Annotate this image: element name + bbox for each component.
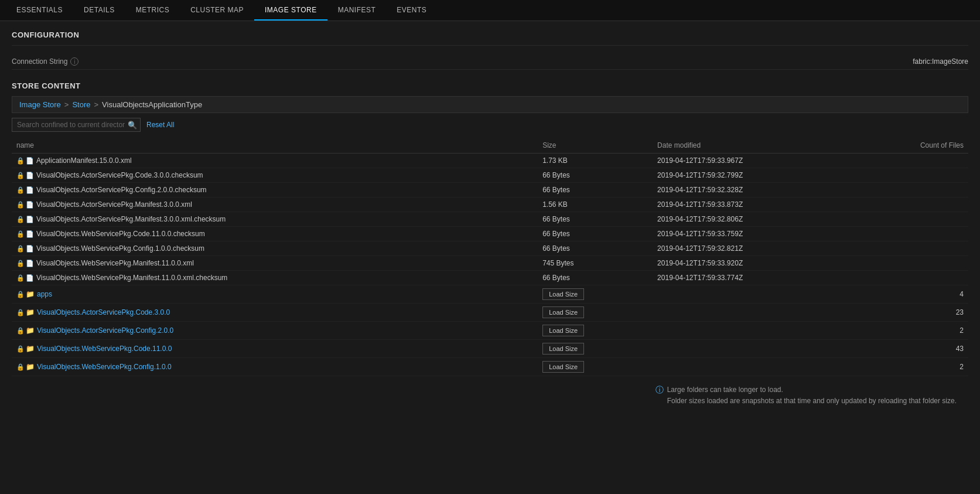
table-row: 🔒 📄 VisualObjects.ActorServicePkg.Manife…	[12, 212, 968, 227]
table-row: 🔒 📄 VisualObjects.WebServicePkg.Manifest…	[12, 256, 968, 271]
main-content: CONFIGURATION Connection String i fabric…	[0, 21, 980, 416]
footer-note-text: Large folders can take longer to load. F…	[667, 384, 957, 407]
file-count	[825, 271, 968, 285]
file-count	[825, 197, 968, 212]
file-name: VisualObjects.ActorServicePkg.Config.2.0…	[36, 186, 207, 194]
search-input[interactable]	[12, 118, 141, 132]
nav-item-details[interactable]: DETAILS	[73, 0, 125, 21]
nav-item-image-store[interactable]: IMAGE STORE	[254, 0, 327, 21]
file-date: 2019-04-12T17:59:33.774Z	[653, 271, 825, 285]
breadcrumb-image-store[interactable]: Image Store	[19, 100, 61, 109]
table-row: 🔒 📁 VisualObjects.WebServicePkg.Code.11.…	[12, 340, 968, 358]
nav-item-metrics[interactable]: METRICS	[125, 0, 180, 21]
breadcrumb-store[interactable]: Store	[72, 100, 90, 109]
file-size: 1.73 KB	[538, 154, 653, 168]
file-icon: 📄	[26, 274, 34, 282]
folder-icon: 📁	[26, 308, 35, 316]
file-icon: 📄	[26, 216, 34, 223]
file-size: 66 Bytes	[538, 212, 653, 227]
reset-all-button[interactable]: Reset All	[146, 121, 174, 129]
connection-string-row: Connection String i fabric:ImageStore	[12, 54, 968, 70]
table-row: 🔒 📁 VisualObjects.ActorServicePkg.Code.3…	[12, 304, 968, 322]
breadcrumb-sep-2: >	[94, 100, 99, 109]
load-size-button[interactable]: Load Size	[542, 325, 584, 336]
file-date: 2019-04-12T17:59:32.328Z	[653, 183, 825, 197]
lock-icon: 🔒	[16, 157, 25, 165]
table-row: 🔒 📁 VisualObjects.WebServicePkg.Config.1…	[12, 358, 968, 376]
nav-item-events[interactable]: EVENTS	[386, 0, 437, 21]
footer-info-icon: ⓘ	[655, 385, 664, 396]
file-date: 2019-04-12T17:59:32.821Z	[653, 241, 825, 256]
lock-icon: 🔒	[16, 260, 25, 267]
store-content-title: STORE CONTENT	[12, 81, 968, 90]
file-name: VisualObjects.ActorServicePkg.Code.3.0.0…	[36, 171, 203, 179]
file-count	[825, 168, 968, 183]
file-date: 2019-04-12T17:59:33.873Z	[653, 197, 825, 212]
folder-count: 2	[825, 322, 968, 340]
file-date: 2019-04-12T17:59:32.799Z	[653, 168, 825, 183]
table-row: 🔒 📄 VisualObjects.ActorServicePkg.Code.3…	[12, 168, 968, 183]
col-header-name: name	[12, 138, 538, 154]
folder-link[interactable]: apps	[37, 290, 52, 298]
lock-icon: 🔒	[16, 274, 25, 282]
footer-note: ⓘ Large folders can take longer to load.…	[12, 384, 968, 407]
file-date: 2019-04-12T17:59:32.806Z	[653, 212, 825, 227]
file-date: 2019-04-12T17:59:33.759Z	[653, 227, 825, 241]
folder-count: 23	[825, 304, 968, 322]
folder-link[interactable]: VisualObjects.ActorServicePkg.Code.3.0.0	[37, 308, 170, 316]
table-row: 🔒 📄 VisualObjects.WebServicePkg.Config.1…	[12, 241, 968, 256]
lock-icon: 🔒	[16, 186, 25, 194]
folder-link[interactable]: VisualObjects.WebServicePkg.Code.11.0.0	[37, 345, 172, 353]
folder-icon: 📁	[26, 363, 35, 371]
table-row: 🔒 📄 VisualObjects.WebServicePkg.Code.11.…	[12, 227, 968, 241]
folder-size: Load Size	[538, 340, 653, 358]
file-icon: 📄	[26, 186, 34, 194]
nav-item-essentials[interactable]: ESSENTIALS	[6, 0, 73, 21]
file-count	[825, 256, 968, 271]
file-date: 2019-04-12T17:59:33.967Z	[653, 154, 825, 168]
load-size-button[interactable]: Load Size	[542, 306, 584, 318]
col-header-date: Date modified	[653, 138, 825, 154]
folder-date	[653, 340, 825, 358]
file-icon: 📄	[26, 230, 34, 238]
folder-date	[653, 358, 825, 376]
folder-date	[653, 304, 825, 322]
file-size: 1.56 KB	[538, 197, 653, 212]
file-size: 66 Bytes	[538, 241, 653, 256]
load-size-button[interactable]: Load Size	[542, 361, 584, 373]
folder-link[interactable]: VisualObjects.ActorServicePkg.Config.2.0…	[37, 326, 173, 335]
load-size-button[interactable]: Load Size	[542, 288, 584, 300]
folder-date	[653, 322, 825, 340]
connection-string-value: fabric:ImageStore	[129, 57, 968, 66]
file-count	[825, 212, 968, 227]
search-row: 🔍 Reset All	[12, 118, 968, 132]
file-count	[825, 227, 968, 241]
table-row: 🔒 📄 VisualObjects.WebServicePkg.Manifest…	[12, 271, 968, 285]
file-count	[825, 154, 968, 168]
table-row: 🔒 📁 apps Load Size 4	[12, 285, 968, 304]
folder-date	[653, 285, 825, 304]
nav-item-cluster-map[interactable]: CLUSTER MAP	[180, 0, 254, 21]
table-row: 🔒 📁 VisualObjects.ActorServicePkg.Config…	[12, 322, 968, 340]
folder-count: 43	[825, 340, 968, 358]
folder-size: Load Size	[538, 322, 653, 340]
file-icon: 📄	[26, 201, 34, 209]
configuration-section: CONFIGURATION Connection String i fabric…	[12, 30, 968, 70]
connection-string-info-icon[interactable]: i	[70, 57, 78, 66]
file-icon: 📄	[26, 245, 34, 253]
folder-icon: 📁	[26, 290, 35, 298]
lock-icon: 🔒	[16, 230, 25, 238]
file-size: 66 Bytes	[538, 227, 653, 241]
lock-icon: 🔒	[16, 216, 25, 223]
file-name: VisualObjects.WebServicePkg.Manifest.11.…	[36, 274, 227, 282]
folder-count: 4	[825, 285, 968, 304]
search-icon-button[interactable]: 🔍	[128, 121, 137, 130]
lock-icon: 🔒	[16, 327, 25, 335]
file-size: 66 Bytes	[538, 183, 653, 197]
file-name: VisualObjects.ActorServicePkg.Manifest.3…	[36, 215, 226, 223]
folder-link[interactable]: VisualObjects.WebServicePkg.Config.1.0.0	[37, 363, 172, 371]
file-size: 745 Bytes	[538, 256, 653, 271]
load-size-button[interactable]: Load Size	[542, 343, 584, 355]
file-date: 2019-04-12T17:59:33.920Z	[653, 256, 825, 271]
nav-item-manifest[interactable]: MANIFEST	[327, 0, 387, 21]
